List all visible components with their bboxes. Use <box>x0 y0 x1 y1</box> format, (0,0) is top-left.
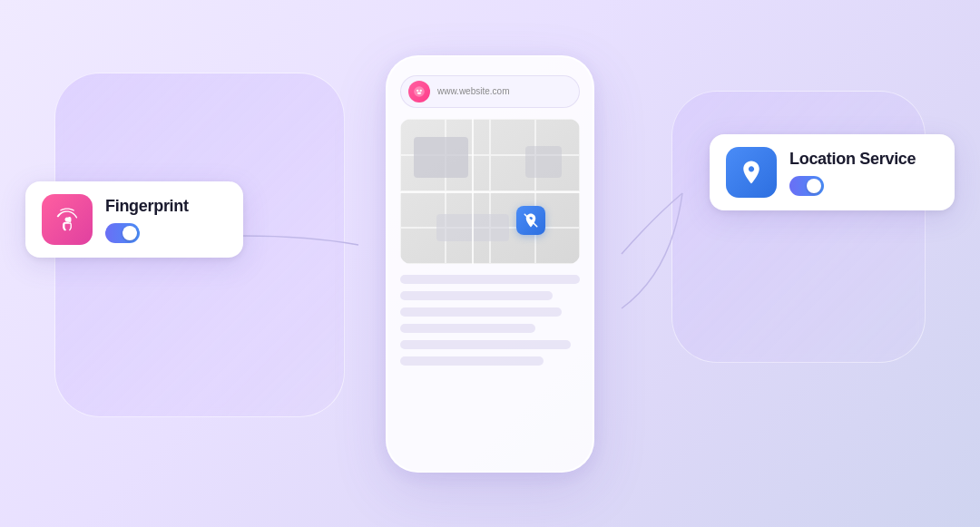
content-line <box>400 275 580 284</box>
url-text: www.website.com <box>437 86 570 96</box>
fingerprint-toggle[interactable] <box>105 223 140 243</box>
map-road <box>472 119 474 264</box>
background-blob-right <box>671 91 926 363</box>
fingerprint-card: Fingerprint <box>25 181 243 258</box>
svg-point-2 <box>420 89 422 91</box>
fingerprint-card-title: Fingerprint <box>105 197 189 216</box>
map-road <box>400 191 580 193</box>
browser-bar: www.website.com <box>400 75 580 108</box>
location-toggle[interactable] <box>789 176 824 196</box>
map-block <box>525 146 562 178</box>
location-card-content: Location Service <box>789 150 916 196</box>
content-line <box>400 291 553 300</box>
map-area <box>400 119 580 264</box>
svg-point-3 <box>417 92 422 93</box>
svg-point-0 <box>414 86 425 97</box>
toggle-knob <box>807 179 821 193</box>
content-area <box>400 275 580 453</box>
phone-frame: www.website.com <box>386 55 594 473</box>
location-card-title: Location Service <box>789 150 916 169</box>
map-block <box>414 137 468 178</box>
privacy-icon <box>408 81 430 102</box>
location-card-icon <box>726 147 777 198</box>
location-service-card: Location Service <box>710 134 955 210</box>
content-line <box>400 340 571 349</box>
toggle-knob <box>122 226 137 240</box>
map-location-pin <box>516 206 545 235</box>
svg-point-1 <box>416 89 418 91</box>
content-line <box>400 356 544 366</box>
fingerprint-card-content: Fingerprint <box>105 197 189 243</box>
content-line <box>400 307 562 317</box>
content-line <box>400 324 535 333</box>
fingerprint-card-icon <box>42 194 93 245</box>
